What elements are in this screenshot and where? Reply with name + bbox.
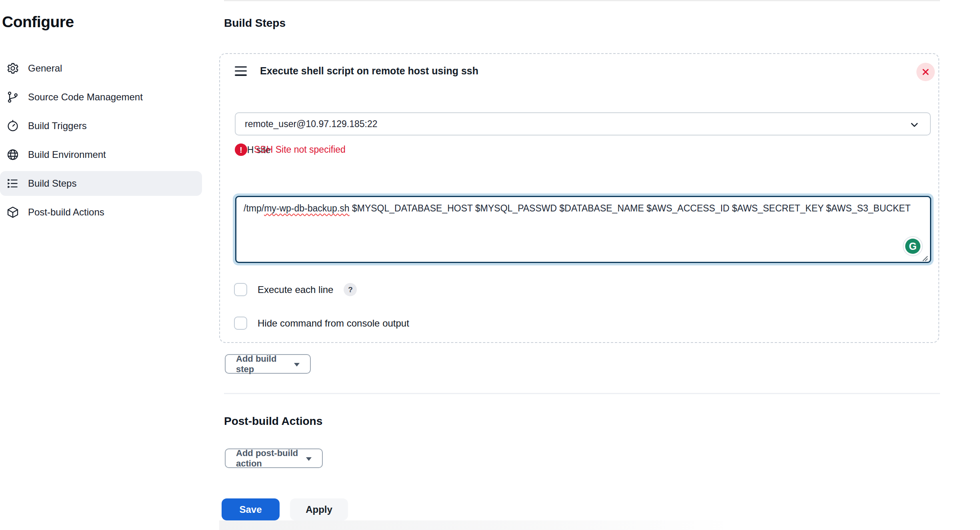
add-build-step-button[interactable]: Add build step	[225, 354, 311, 374]
grammarly-icon: G	[905, 239, 920, 254]
sidebar-item-build-environment[interactable]: Build Environment	[0, 142, 202, 167]
remove-step-button[interactable]	[916, 63, 935, 81]
build-step-title: Execute shell script on remote host usin…	[260, 65, 478, 77]
sidebar-item-label: General	[28, 63, 62, 74]
sidebar-item-post-build-actions[interactable]: Post-build Actions	[0, 200, 202, 225]
execute-each-line-checkbox[interactable]	[234, 283, 247, 296]
main-content: Build Steps Execute shell script on remo…	[224, 0, 940, 530]
sidebar-nav: General Source Code Management Build Tri…	[0, 56, 208, 225]
drag-handle-icon[interactable]	[235, 66, 247, 76]
chevron-down-icon	[909, 120, 920, 131]
command-text-prefix: /tmp/	[244, 203, 264, 213]
hide-command-label: Hide command from console output	[258, 318, 409, 329]
build-step-header: Execute shell script on remote host usin…	[235, 65, 478, 77]
caret-down-icon	[306, 457, 312, 461]
sidebar-item-label: Source Code Management	[28, 92, 143, 103]
bottom-scroll-shadow	[219, 520, 939, 530]
sidebar-item-source-code-management[interactable]: Source Code Management	[0, 85, 202, 110]
globe-icon	[6, 148, 19, 161]
execute-each-line-row: Execute each line ?	[234, 283, 357, 296]
error-icon: !	[235, 143, 247, 156]
apply-button[interactable]: Apply	[290, 498, 348, 520]
error-text: SSH Site not specified	[254, 144, 346, 155]
build-step-card: Execute shell script on remote host usin…	[219, 53, 939, 343]
sidebar-item-label: Build Steps	[28, 178, 76, 189]
ssh-site-error: ! SSH Site not specified	[235, 143, 346, 156]
ssh-site-select[interactable]: remote_user@10.97.129.185:22	[235, 112, 931, 135]
command-text-script: my-wp-db-backup.sh	[264, 203, 349, 213]
sidebar-item-build-triggers[interactable]: Build Triggers	[0, 114, 202, 138]
execute-each-line-label: Execute each line	[258, 284, 333, 295]
sidebar-item-build-steps[interactable]: Build Steps	[0, 171, 202, 196]
post-build-actions-heading: Post-build Actions	[224, 415, 322, 428]
add-post-build-action-label: Add post-build action	[236, 448, 301, 469]
command-text-args: $MYSQL_DATABASE_HOST $MYSQL_PASSWD $DATA…	[350, 203, 911, 213]
sidebar-item-label: Build Triggers	[28, 120, 87, 132]
page-title: Configure	[2, 13, 74, 31]
section-divider	[224, 393, 940, 394]
hide-command-checkbox[interactable]	[234, 317, 247, 330]
sidebar-item-label: Post-build Actions	[28, 207, 104, 218]
close-icon	[922, 68, 930, 76]
ssh-site-value: remote_user@10.97.129.185:22	[236, 119, 378, 130]
gear-icon	[6, 62, 19, 75]
sidebar-item-general[interactable]: General	[0, 56, 202, 81]
command-field-focus-ring: /tmp/my-wp-db-backup.sh $MYSQL_DATABASE_…	[233, 193, 934, 265]
add-post-build-action-button[interactable]: Add post-build action	[225, 448, 323, 468]
hide-command-row: Hide command from console output	[234, 317, 409, 330]
resize-handle[interactable]	[920, 253, 928, 261]
save-button[interactable]: Save	[222, 498, 280, 520]
build-steps-heading: Build Steps	[224, 17, 286, 30]
grammarly-button[interactable]: G	[903, 236, 923, 256]
sidebar-item-label: Build Environment	[28, 149, 106, 160]
clock-icon	[6, 120, 19, 132]
caret-down-icon	[294, 363, 300, 367]
build-steps-list-icon	[6, 177, 19, 190]
command-textarea[interactable]: /tmp/my-wp-db-backup.sh $MYSQL_DATABASE_…	[235, 196, 931, 263]
help-icon[interactable]: ?	[344, 283, 357, 296]
branch-icon	[6, 91, 19, 104]
add-build-step-label: Add build step	[236, 354, 289, 375]
configure-page: Configure General Source Code Management	[0, 0, 980, 530]
package-icon	[6, 206, 19, 219]
